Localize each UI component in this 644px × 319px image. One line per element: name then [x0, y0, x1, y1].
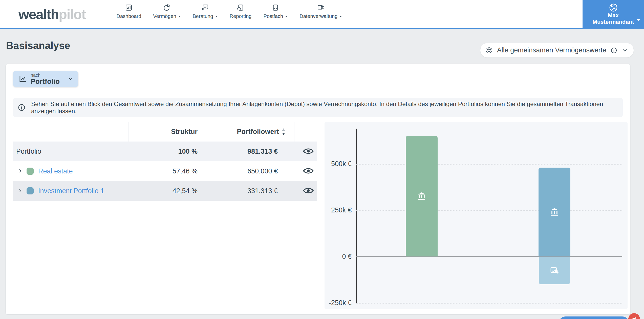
eye-icon [303, 147, 314, 155]
expand-row-button[interactable] [17, 168, 24, 174]
logo-text-wealth: wealth [18, 7, 59, 22]
gridline [356, 303, 622, 304]
view-by-label: Portfolio [31, 78, 60, 85]
table-row: Portfolio 100 % 981.313 € [13, 142, 317, 161]
pie-chart-icon [163, 4, 171, 11]
table-header: Struktur Portfoliowert [13, 122, 317, 142]
category-color-swatch [27, 168, 34, 175]
gridline [356, 164, 622, 165]
scope-select[interactable]: Alle gemeinsamen Vermögenswerte [480, 43, 634, 57]
y-axis-tick-label: 0 € [326, 253, 352, 261]
send-icon [632, 316, 637, 319]
structure-value: 42,54 % [128, 181, 208, 201]
structure-value: 100 % [128, 142, 208, 161]
y-axis-tick-label: -250k € [326, 299, 352, 307]
app-window: wealthpilot Dashboard Vermögen Beratung … [0, 0, 644, 319]
chat-notification-badge[interactable] [628, 313, 640, 319]
chevron-down-icon [178, 16, 181, 17]
chevron-down-icon [215, 16, 218, 17]
eye-icon [303, 167, 314, 175]
divider [13, 91, 623, 91]
info-banner: Sehen Sie auf einen Blick den Gesamtwert… [13, 98, 623, 117]
portfolio-table: Struktur Portfoliowert Portfolio 100 % 9… [13, 122, 317, 201]
table-row: Real estate 57,46 % 650.000 € [13, 161, 317, 181]
chevron-right-icon [18, 169, 23, 173]
app-logo[interactable]: wealthpilot [18, 0, 86, 28]
card-transfer-icon [550, 266, 559, 275]
nav-item-dashboard[interactable]: Dashboard [117, 4, 141, 28]
y-axis-line [356, 129, 357, 303]
structure-value: 57,46 % [128, 161, 208, 181]
chevron-down-icon [339, 16, 342, 17]
portfolio-name[interactable]: Investment Portfolio 1 [38, 187, 104, 195]
portfolio-name[interactable]: Real estate [38, 167, 73, 175]
group-icon [485, 46, 493, 54]
table-row: Investment Portfolio 1 42,54 % 331.313 € [13, 181, 317, 201]
view-details-button[interactable] [303, 167, 314, 175]
nav-item-reporting[interactable]: Reporting [230, 4, 252, 28]
top-nav-bar: wealthpilot Dashboard Vermögen Beratung … [0, 0, 644, 29]
category-color-swatch [27, 187, 34, 194]
expand-row-button[interactable] [17, 188, 24, 194]
nav-item-vermogen[interactable]: Vermögen [153, 4, 181, 28]
user-switch-icon [609, 3, 618, 12]
inbox-icon [272, 4, 279, 11]
view-details-button[interactable] [303, 147, 314, 155]
gridline [356, 210, 622, 211]
view-by-kicker: nach [31, 73, 40, 78]
chevron-right-icon [18, 188, 23, 193]
portfolio-value: 331.313 € [208, 181, 294, 201]
user-name-line1: Max [608, 12, 619, 19]
bar-segment-investment-portfolio-1[interactable] [539, 168, 570, 256]
data-transfer-icon [317, 4, 325, 11]
portfolio-name: Portfolio [16, 148, 41, 155]
logo-text-pilot: pilot [59, 7, 85, 22]
chat-document-icon [201, 4, 209, 11]
bank-icon [417, 192, 426, 201]
nav-item-postfach[interactable]: Postfach [263, 4, 288, 28]
column-header-struktur: Struktur [128, 122, 208, 142]
chevron-down-icon [68, 76, 74, 82]
chevron-down-icon [621, 47, 628, 54]
report-clock-icon [237, 4, 244, 11]
column-header-portfoliowert[interactable]: Portfoliowert [208, 122, 294, 142]
user-name-line2: Mustermandant [593, 19, 634, 25]
user-menu[interactable]: Max Mustermandant [583, 0, 644, 29]
basisanalyse-card: nach Portfolio Sehen Sie auf einen Blick… [6, 64, 630, 314]
main-nav: Dashboard Vermögen Beratung Reporting Po… [117, 0, 342, 28]
info-icon[interactable] [610, 47, 617, 54]
chat-widget-button[interactable] [559, 316, 629, 319]
nav-item-beratung[interactable]: Beratung [193, 4, 218, 28]
bar-segment-real-estate[interactable] [406, 136, 438, 256]
bank-icon [550, 207, 559, 216]
bar-segment-investment-portfolio-1[interactable] [539, 257, 570, 285]
view-by-portfolio-button[interactable]: nach Portfolio [13, 71, 78, 87]
y-axis-tick-label: 250k € [326, 206, 352, 214]
portfolio-bar-chart: 500k €250k €0 €-250k € [325, 122, 628, 309]
info-icon [17, 103, 26, 112]
eye-icon [303, 187, 314, 194]
sort-icon[interactable] [281, 128, 286, 136]
view-details-button[interactable] [303, 187, 314, 195]
chevron-down-icon [637, 19, 640, 21]
chevron-down-icon [285, 16, 288, 17]
page-title: Basisanalyse [6, 40, 70, 51]
line-chart-icon [18, 75, 27, 83]
y-axis-tick-label: 500k € [326, 160, 352, 168]
portfolio-value: 650.000 € [208, 161, 294, 181]
dashboard-icon [125, 4, 133, 11]
zero-line [356, 256, 622, 257]
nav-item-datenverwaltung[interactable]: Datenverwaltung [299, 4, 342, 28]
info-banner-text: Sehen Sie auf einen Blick den Gesamtwert… [31, 101, 623, 115]
portfolio-value: 981.313 € [208, 142, 294, 161]
scope-select-label: Alle gemeinsamen Vermögenswerte [497, 46, 606, 54]
table-body: Portfolio 100 % 981.313 € Real estate 57… [13, 142, 317, 201]
